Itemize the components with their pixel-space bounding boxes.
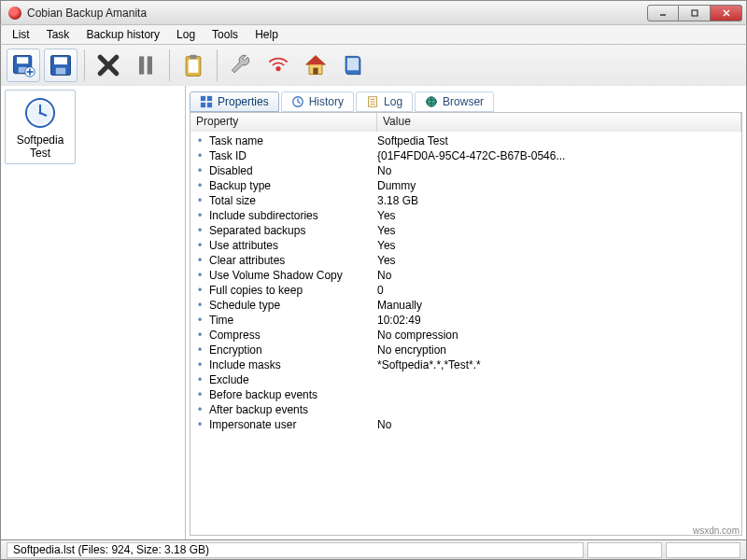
wrench-icon: [228, 52, 254, 78]
property-row[interactable]: •EncryptionNo encryption: [190, 343, 741, 357]
property-label: Schedule type: [209, 299, 377, 312]
property-row[interactable]: •Exclude: [190, 372, 741, 387]
save-button[interactable]: [44, 49, 78, 82]
svg-rect-23: [313, 68, 317, 75]
property-row[interactable]: •Time10:02:49: [190, 313, 741, 328]
task-item[interactable]: Softpedia Test: [5, 90, 76, 164]
task-list-sidebar[interactable]: Softpedia Test: [1, 86, 186, 539]
maximize-button[interactable]: [679, 5, 711, 21]
signal-icon: [265, 52, 291, 78]
help-button[interactable]: [336, 49, 370, 82]
property-value: Yes: [377, 254, 741, 267]
book-icon: [340, 52, 366, 78]
svg-rect-32: [201, 103, 205, 107]
property-value: No compression: [377, 329, 741, 342]
property-row[interactable]: •Include subdirectoriesYes: [190, 208, 741, 223]
property-row[interactable]: •Clear attributesYes: [190, 253, 741, 268]
tab-log[interactable]: Log: [356, 91, 413, 112]
network-button[interactable]: [261, 49, 295, 82]
property-label: Total size: [209, 194, 377, 207]
toolbar-separator: [217, 49, 218, 81]
bullet-icon: •: [190, 179, 209, 192]
svg-rect-5: [17, 57, 28, 63]
property-label: Disabled: [209, 164, 377, 177]
property-row[interactable]: •CompressNo compression: [190, 328, 741, 343]
property-value: Manually: [377, 299, 741, 312]
menu-list[interactable]: List: [5, 26, 37, 43]
tab-properties[interactable]: Properties: [190, 91, 279, 112]
bullet-icon: •: [190, 269, 209, 282]
property-row[interactable]: •Use Volume Shadow CopyNo: [190, 268, 741, 283]
property-value: Dummy: [377, 179, 741, 192]
menu-help[interactable]: Help: [247, 26, 286, 43]
property-value: No encryption: [377, 343, 741, 357]
bullet-icon: •: [190, 388, 209, 401]
new-task-button[interactable]: [7, 49, 40, 82]
property-row[interactable]: •Total size3.18 GB: [190, 193, 741, 208]
property-value: [377, 388, 741, 401]
pause-button[interactable]: [129, 49, 162, 82]
property-label: Task ID: [209, 149, 377, 162]
close-button[interactable]: [711, 5, 742, 21]
property-row[interactable]: •Schedule typeManually: [190, 298, 741, 313]
property-value: Yes: [377, 239, 741, 252]
grid-rows[interactable]: •Task nameSoftpedia Test•Task ID{01F4FD0…: [190, 132, 741, 535]
tab-log-label: Log: [384, 95, 402, 108]
tab-browser[interactable]: Browser: [415, 91, 494, 112]
column-value[interactable]: Value: [377, 113, 741, 132]
content-area: Properties History Log Browser Property …: [186, 86, 746, 539]
home-button[interactable]: [299, 49, 332, 82]
property-row[interactable]: •DisabledNo: [190, 163, 741, 178]
property-value: Softpedia Test: [377, 134, 741, 147]
svg-point-29: [39, 112, 42, 115]
menu-log[interactable]: Log: [169, 26, 203, 43]
property-label: Compress: [209, 329, 377, 342]
property-label: Use attributes: [209, 239, 377, 252]
bullet-icon: •: [190, 418, 209, 431]
toolbar-separator: [84, 49, 85, 81]
bullet-icon: •: [190, 403, 209, 416]
minimize-button[interactable]: [647, 5, 679, 21]
property-label: Separated backups: [209, 224, 377, 237]
delete-button[interactable]: [92, 49, 125, 82]
property-value: No: [377, 164, 741, 177]
property-row[interactable]: •Task ID{01F4FD0A-95C4-472C-B67B-0546...: [190, 148, 741, 163]
tab-history-label: History: [309, 95, 344, 108]
svg-rect-1: [692, 10, 698, 16]
property-row[interactable]: •Task nameSoftpedia Test: [190, 133, 741, 148]
property-row[interactable]: •After backup events: [190, 402, 741, 417]
home-icon: [303, 52, 329, 78]
tab-strip: Properties History Log Browser: [186, 86, 746, 112]
status-bar: Softpedia.lst (Files: 924, Size: 3.18 GB…: [0, 539, 747, 560]
settings-button[interactable]: [224, 49, 258, 82]
property-row[interactable]: •Impersonate userNo: [190, 417, 741, 432]
property-row[interactable]: •Separated backupsYes: [190, 223, 741, 238]
property-row[interactable]: •Before backup events: [190, 387, 741, 402]
menu-tools[interactable]: Tools: [204, 26, 246, 43]
property-value: No: [377, 269, 741, 282]
menu-task[interactable]: Task: [39, 26, 78, 43]
svg-rect-33: [207, 103, 212, 107]
column-property[interactable]: Property: [190, 113, 377, 132]
menu-backup-history[interactable]: Backup history: [78, 26, 167, 43]
clipboard-button[interactable]: [176, 49, 210, 82]
property-row[interactable]: •Include masks*Softpedia*.*,*Test*.*: [190, 357, 741, 372]
floppy-icon: [48, 52, 74, 78]
pause-icon: [133, 52, 159, 78]
clipboard-icon: [180, 52, 206, 78]
tab-history[interactable]: History: [281, 91, 354, 112]
bullet-icon: •: [190, 209, 209, 222]
task-label: Softpedia Test: [9, 133, 71, 160]
tab-browser-label: Browser: [443, 95, 484, 108]
property-label: Task name: [209, 134, 377, 147]
grid-header: Property Value: [190, 113, 741, 132]
property-row[interactable]: •Backup typeDummy: [190, 178, 741, 193]
property-row[interactable]: •Full copies to keep0: [190, 283, 741, 298]
bullet-icon: •: [190, 284, 209, 297]
svg-rect-16: [148, 56, 152, 74]
property-value: [377, 373, 741, 386]
property-row[interactable]: •Use attributesYes: [190, 238, 741, 253]
property-value: 3.18 GB: [377, 194, 741, 207]
property-value: Yes: [377, 224, 741, 237]
svg-rect-11: [54, 57, 67, 64]
